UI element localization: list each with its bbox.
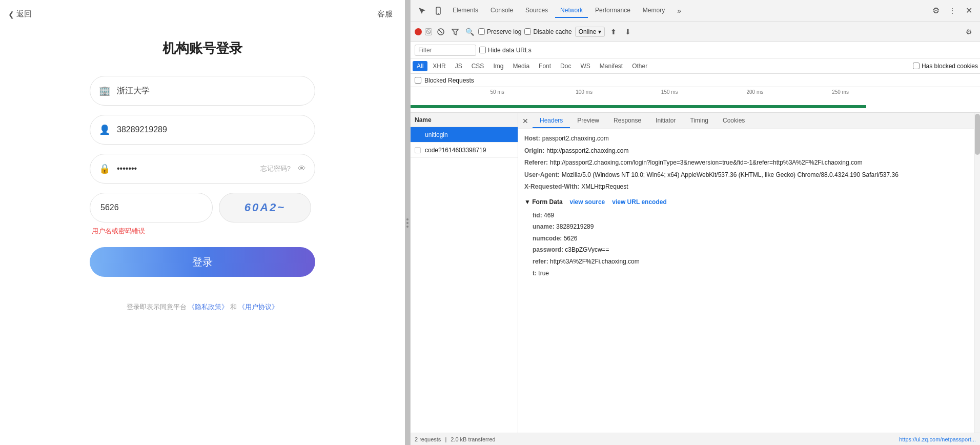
user-agent-value: Mozilla/5.0 (Windows NT 10.0; Win64; x64…: [562, 170, 899, 181]
request-details-panel: ✕ Headers Preview Response Initiator Tim…: [518, 113, 974, 433]
request-item-unitlogin[interactable]: unitlogin: [411, 127, 518, 143]
tab-elements[interactable]: Elements: [447, 4, 483, 18]
hide-data-urls-text: Hide data URLs: [488, 47, 532, 54]
back-button[interactable]: ❮ 返回: [8, 9, 32, 19]
devtools-settings-icon[interactable]: ⚙: [929, 4, 943, 18]
tab-more-icon[interactable]: »: [672, 4, 686, 18]
devtools-more-icon[interactable]: ⋮: [945, 4, 959, 18]
details-scrollbar[interactable]: [974, 113, 980, 433]
svg-point-2: [406, 226, 409, 228]
username-input[interactable]: [90, 115, 315, 145]
timeline-green-bar: [411, 105, 866, 108]
tick-100ms: 100 ms: [576, 89, 593, 95]
has-blocked-cookies-label: Has blocked cookies: [913, 63, 978, 70]
request-item-code[interactable]: code?1614603398719: [411, 143, 518, 158]
login-form: 机构账号登录 🏢 👤 🔒 👁 忘记密码? 60A2~ 用户名或密码错误 登录 登…: [0, 24, 405, 312]
back-label: 返回: [16, 9, 32, 19]
preserve-log-checkbox[interactable]: [478, 28, 485, 35]
type-tab-img[interactable]: Img: [489, 61, 507, 71]
view-source-link[interactable]: view source: [570, 197, 605, 208]
refer-key: refer:: [533, 258, 548, 265]
type-tab-css[interactable]: CSS: [467, 61, 488, 71]
host-value: passport2.chaoxing.com: [542, 133, 609, 145]
devtools-close-icon[interactable]: ✕: [962, 4, 976, 18]
origin-row: Origin: http://passport2.chaoxing.com: [524, 146, 968, 157]
detail-tab-cookies[interactable]: Cookies: [716, 114, 752, 128]
record-button[interactable]: [415, 28, 422, 35]
svg-point-0: [406, 218, 409, 220]
tab-network[interactable]: Network: [555, 4, 588, 18]
status-separator-1: |: [445, 436, 446, 442]
search-button[interactable]: 🔍: [464, 26, 475, 37]
details-tab-bar: ✕ Headers Preview Response Initiator Tim…: [518, 113, 974, 129]
stop-button[interactable]: [425, 28, 432, 35]
filter-button[interactable]: [450, 26, 461, 37]
form-field-refer: refer: http%3A%2F%2Fi.chaoxing.com: [533, 256, 968, 268]
detail-tab-initiator[interactable]: Initiator: [648, 114, 683, 128]
has-blocked-cookies-checkbox[interactable]: [913, 63, 920, 69]
view-url-encoded-link[interactable]: view URL encoded: [612, 197, 666, 208]
type-tab-font[interactable]: Font: [535, 61, 555, 71]
detail-tab-response[interactable]: Response: [606, 114, 648, 128]
privacy-policy-link[interactable]: 《隐私政策》: [188, 303, 228, 311]
tab-performance[interactable]: Performance: [590, 4, 636, 18]
import-har-button[interactable]: ⬆: [608, 26, 619, 37]
top-bar: ❮ 返回 客服: [0, 0, 405, 24]
type-tab-media[interactable]: Media: [508, 61, 534, 71]
fid-key: fid:: [533, 212, 542, 219]
filter-input[interactable]: [415, 45, 476, 56]
detail-tab-timing[interactable]: Timing: [683, 114, 716, 128]
fid-value: 469: [544, 212, 554, 219]
requests-list: Name unitlogin code?1614603398719: [411, 113, 518, 433]
network-toolbar: 🔍 Preserve log Disable cache Online ▾ ⬆ …: [411, 22, 980, 42]
customer-service-label[interactable]: 客服: [377, 9, 393, 19]
x-requested-key: X-Requested-With:: [524, 181, 579, 193]
disable-cache-checkbox[interactable]: [524, 28, 531, 35]
tab-sources[interactable]: Sources: [520, 4, 553, 18]
login-button[interactable]: 登录: [90, 247, 315, 277]
type-tab-xhr[interactable]: XHR: [428, 61, 450, 71]
blocked-requests-checkbox[interactable]: [415, 77, 421, 84]
tab-memory[interactable]: Memory: [638, 4, 670, 18]
panel-resize-handle[interactable]: [405, 0, 410, 445]
tab-console[interactable]: Console: [485, 4, 518, 18]
throttle-select[interactable]: Online ▾: [575, 27, 605, 37]
devtools-panel: Elements Console Sources Network Perform…: [410, 0, 980, 445]
request-indicator-code: [415, 147, 421, 153]
scrollbar-thumb[interactable]: [975, 114, 980, 155]
devtools-mobile-icon[interactable]: [431, 4, 445, 18]
details-close-button[interactable]: ✕: [518, 115, 533, 127]
type-tab-manifest[interactable]: Manifest: [596, 61, 627, 71]
x-requested-row: X-Requested-With: XMLHttpRequest: [524, 181, 968, 193]
clear-network-button[interactable]: [435, 26, 446, 37]
hide-data-urls-checkbox[interactable]: [479, 47, 486, 53]
request-name-code: code?1614603398719: [425, 147, 486, 154]
type-tab-all[interactable]: All: [413, 61, 427, 71]
type-tab-ws[interactable]: WS: [576, 61, 594, 71]
forgot-password-link[interactable]: 忘记密码?: [260, 164, 291, 173]
type-tab-doc[interactable]: Doc: [556, 61, 575, 71]
preserve-log-label: Preserve log: [487, 28, 521, 35]
error-message: 用户名或密码错误: [92, 227, 317, 236]
network-settings-icon[interactable]: ⚙: [962, 25, 976, 39]
toggle-password-icon[interactable]: 👁: [298, 164, 306, 173]
username-field-group: 👤: [90, 115, 315, 145]
svg-point-4: [438, 13, 439, 14]
captcha-input[interactable]: [90, 193, 213, 222]
captcha-image[interactable]: 60A2~: [219, 193, 311, 222]
institution-icon: 🏢: [99, 85, 110, 96]
detail-tab-headers[interactable]: Headers: [533, 114, 570, 128]
type-tab-js[interactable]: JS: [451, 61, 466, 71]
form-field-t: t: true: [533, 268, 968, 279]
form-data-label: ▼ Form Data: [524, 197, 563, 208]
export-har-button[interactable]: ⬇: [622, 26, 634, 37]
institution-input[interactable]: [90, 76, 315, 106]
detail-tab-preview[interactable]: Preview: [570, 114, 606, 128]
origin-key: Origin:: [524, 146, 544, 157]
devtools-cursor-icon[interactable]: [415, 4, 429, 18]
numcode-value: 5626: [564, 235, 578, 242]
x-requested-value: XMLHttpRequest: [581, 181, 628, 193]
uname-key: uname:: [533, 223, 555, 230]
type-tab-other[interactable]: Other: [628, 61, 651, 71]
user-agreement-link[interactable]: 《用户协议》: [238, 303, 278, 311]
